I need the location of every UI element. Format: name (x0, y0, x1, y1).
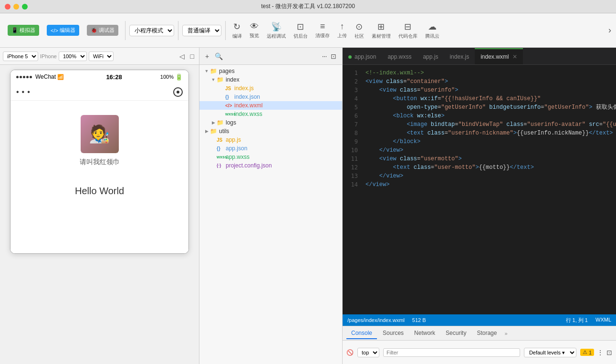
more-icon[interactable]: › (608, 25, 611, 35)
upload-button[interactable]: ↑ 上传 (334, 20, 350, 41)
tab-index-js[interactable]: index.js (444, 48, 475, 64)
tree-item-app-js[interactable]: JS app.js (199, 135, 342, 144)
assets-button[interactable]: ⊞ 素材管理 (369, 20, 394, 42)
phone-time: 16:28 (106, 73, 122, 81)
tab-app-wxss[interactable]: app.wxss (382, 48, 417, 64)
tree-item-logs[interactable]: ▶ 📁 logs (199, 118, 342, 127)
debugger-tool[interactable]: 🐞 调试器 (87, 25, 118, 36)
editor-tool[interactable]: </> 编辑器 (47, 25, 79, 36)
compile-select[interactable]: 普通编译 (182, 25, 221, 36)
filter-input[interactable] (383, 348, 520, 357)
more-tabs-button[interactable]: » (502, 329, 509, 338)
code-content[interactable]: <!--index.wxml--><view class="container"… (362, 65, 616, 314)
toolbar-separator-1 (125, 21, 125, 40)
minimize-button[interactable] (13, 4, 19, 10)
tree-item-index-wxml[interactable]: </> index.wxml (199, 101, 342, 110)
simulator-button[interactable]: 📱 模拟器 (8, 25, 39, 36)
tree-item-app-wxss[interactable]: wxss app.wxss (199, 153, 342, 161)
mode-select[interactable]: 小程序模式 (129, 25, 174, 36)
tab-close-index-wxml[interactable]: ✕ (512, 53, 517, 60)
simulator-panel: iPhone 5 IPhone 100% WiFi ◁ □ (0, 48, 199, 364)
context-select[interactable]: top (357, 348, 379, 357)
wxss-icon-app: wxss (217, 155, 224, 159)
window-title: test - 微信开发者工具 v1.02.1807200 (261, 2, 355, 10)
debugger-button[interactable]: 🐞 调试器 (87, 25, 118, 36)
back-button[interactable]: ◁ (177, 52, 187, 61)
tree-item-pages[interactable]: ▼ 📁 pages (199, 67, 342, 75)
tab-index-wxml[interactable]: index.wxml ✕ (475, 48, 523, 64)
phone-status-bar: WeChat 📶 16:28 100% 🔋 (10, 70, 188, 83)
code-repo-button[interactable]: ⊟ 代码仓库 (396, 20, 420, 42)
tab-network[interactable]: Network (409, 328, 440, 339)
compile-button[interactable]: ↻ 编译 (230, 20, 245, 42)
preview-button[interactable]: 👁 预览 (247, 20, 262, 41)
tab-security[interactable]: Security (441, 328, 471, 339)
line-num-9: 9 (343, 137, 358, 146)
tree-item-app-json[interactable]: {} app.json (199, 144, 342, 153)
index-json-label: index.json (234, 94, 260, 100)
network-select[interactable]: WiFi (89, 52, 114, 61)
status-left: WeChat 📶 (16, 73, 64, 80)
remote-debug-button[interactable]: 📡 远程调试 (264, 20, 289, 42)
line-num-12: 12 (343, 163, 358, 172)
cloud-icon: ☁ (428, 21, 437, 32)
folder-icon-logs: 📁 (217, 119, 224, 126)
community-button[interactable]: ⊙ 社区 (352, 20, 367, 42)
levels-select[interactable]: Default levels ▾ (524, 348, 576, 357)
tab-console[interactable]: Console (346, 328, 377, 339)
bottom-content: 🚫 top Default levels ▾ ⚠ 1 ⋮ ⊡ (343, 341, 616, 364)
cache-button[interactable]: ≡ 清缓存 (313, 20, 333, 41)
line-numbers: 1 2 3 4 5 6 7 8 9 10 11 12 13 14 (343, 65, 362, 314)
js-icon-app: JS (217, 137, 224, 143)
app-js-label: app.js (226, 136, 241, 143)
search-files-button[interactable]: 🔍 (213, 52, 225, 61)
language-label: WXML (595, 317, 611, 324)
warning-icon: ⚠ (583, 349, 587, 355)
more-options-button[interactable]: ⋮ (597, 349, 604, 356)
battery-icon: 🔋 (175, 73, 183, 81)
simulator-tool[interactable]: 📱 模拟器 (8, 25, 39, 36)
tree-item-project-config[interactable]: {·} project.config.json (199, 161, 342, 170)
wifi-icon: 📶 (57, 74, 64, 80)
tab-storage[interactable]: Storage (472, 328, 501, 339)
line-num-14: 14 (343, 180, 358, 189)
editor-button[interactable]: </> 编辑器 (47, 25, 79, 36)
scale-select[interactable]: 100% (59, 52, 87, 61)
toolbar: 📱 模拟器 </> 编辑器 🐞 调试器 小程序模式 普通编译 ↻ 编译 👁 预览… (0, 13, 616, 48)
forward-button[interactable]: □ (188, 52, 196, 61)
phone-nav: • • • (10, 83, 188, 101)
tab-app-json[interactable]: app.json (343, 48, 382, 64)
clear-console-button[interactable]: 🚫 (346, 349, 354, 356)
tree-item-index-folder[interactable]: ▼ 📁 index (199, 75, 342, 84)
file-panel: + 🔍 ··· ⊡ ▼ 📁 pages ▼ 📁 index JS index.j (199, 48, 343, 364)
right-panel: app.json app.wxss app.js index.js index.… (343, 48, 616, 364)
line-num-6: 6 (343, 112, 358, 120)
add-file-button[interactable]: + (203, 52, 211, 61)
utils-label: utils (219, 128, 229, 135)
arrow-index: ▼ (210, 77, 217, 82)
tree-item-index-json[interactable]: {} index.json (199, 93, 342, 101)
code-line-3: <view class="userinfo"> (365, 86, 612, 94)
app-json-label: app.json (226, 145, 247, 152)
maximize-button[interactable] (22, 4, 28, 10)
tab-app-js[interactable]: app.js (417, 48, 444, 64)
avatar: 🧑‍🎨 (81, 115, 119, 153)
status-right: 100% 🔋 (160, 73, 183, 81)
index-wxml-label: index.wxml (234, 102, 262, 109)
settings-bottom-button[interactable]: ⊡ (606, 349, 612, 356)
code-line-15 (365, 189, 612, 198)
tencent-cloud-button[interactable]: ☁ 腾讯云 (422, 20, 442, 42)
tree-item-utils[interactable]: ▶ 📁 utils (199, 127, 342, 135)
tab-label-app-wxss: app.wxss (387, 53, 411, 60)
tab-sources[interactable]: Sources (378, 328, 408, 339)
code-line-5: open-type="getUserInfo" bindgetuserinfo=… (365, 103, 612, 112)
tree-item-index-js[interactable]: JS index.js (199, 84, 342, 93)
cut-button[interactable]: ⊡ 切后台 (291, 20, 311, 42)
file-path: /pages/index/index.wxml (347, 317, 405, 323)
collapse-button[interactable]: ⊡ (329, 52, 338, 61)
close-button[interactable] (5, 4, 10, 10)
tree-item-index-wxss[interactable]: wxss index.wxss (199, 110, 342, 118)
index-js-label: index.js (234, 85, 254, 92)
device-select[interactable]: iPhone 5 (3, 52, 38, 61)
upload-icon: ↑ (340, 21, 344, 31)
